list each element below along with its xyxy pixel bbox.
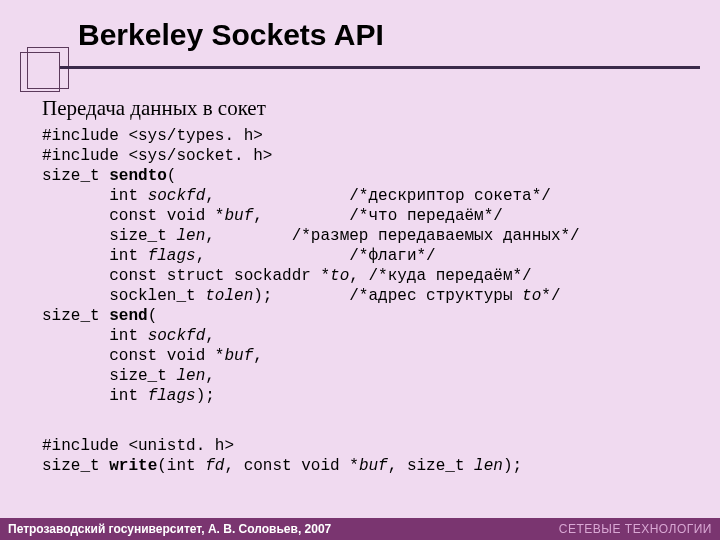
footer-right-text: СЕТЕВЫЕ ТЕХНОЛОГИИ bbox=[559, 522, 712, 536]
slide-title: Berkeley Sockets API bbox=[78, 18, 384, 52]
code-line: #include <sys/socket. h> bbox=[42, 147, 272, 165]
slide: Berkeley Sockets API Передача данных в с… bbox=[0, 0, 720, 540]
code-line: size_t len, bbox=[42, 367, 215, 385]
code-line: #include <unistd. h> bbox=[42, 437, 234, 455]
slide-subtitle: Передача данных в сокет bbox=[42, 96, 266, 121]
code-block-secondary: #include <unistd. h> size_t write(int fd… bbox=[42, 436, 522, 476]
code-line: size_t len, /*размер передаваемых данных… bbox=[42, 227, 580, 245]
code-line: int sockfd, /*дескриптор сокета*/ bbox=[42, 187, 551, 205]
title-underline bbox=[60, 66, 700, 69]
code-line: socklen_t tolen); /*адрес структуры to*/ bbox=[42, 287, 561, 305]
code-line: size_t send( bbox=[42, 307, 157, 325]
footer-bar: Петрозаводский госуниверситет, А. В. Сол… bbox=[0, 518, 720, 540]
code-line: size_t sendto( bbox=[42, 167, 176, 185]
code-line: int sockfd, bbox=[42, 327, 215, 345]
footer-left-text: Петрозаводский госуниверситет, А. В. Сол… bbox=[8, 522, 331, 536]
code-line: size_t write(int fd, const void *buf, si… bbox=[42, 457, 522, 475]
code-line: #include <sys/types. h> bbox=[42, 127, 263, 145]
code-line: const void *buf, bbox=[42, 347, 263, 365]
decorative-box-icon bbox=[20, 52, 60, 92]
code-line: int flags); bbox=[42, 387, 215, 405]
code-line: const void *buf, /*что передаём*/ bbox=[42, 207, 503, 225]
code-line: int flags, /*флаги*/ bbox=[42, 247, 436, 265]
code-line: const struct sockaddr *to, /*куда переда… bbox=[42, 267, 532, 285]
code-block-main: #include <sys/types. h> #include <sys/so… bbox=[42, 126, 580, 406]
